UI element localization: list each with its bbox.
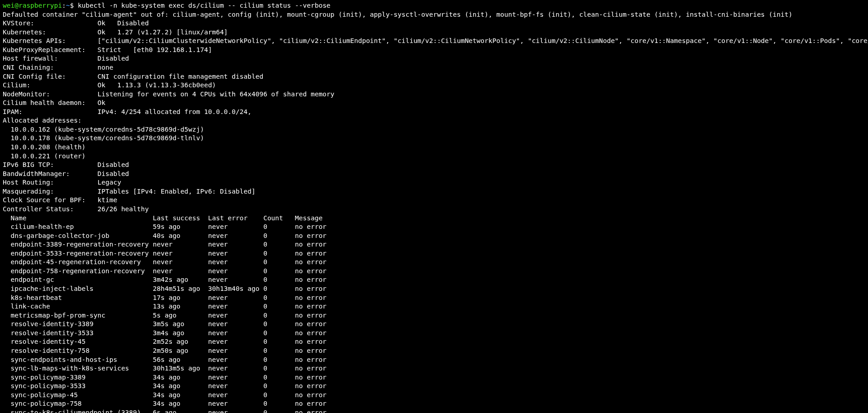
status-line: 10.0.0.208 (health) — [3, 143, 865, 152]
controller-row: endpoint-758-regeneration-recovery never… — [3, 267, 865, 276]
controller-row: dns-garbage-collector-job 40s ago never … — [3, 232, 865, 241]
status-line: 10.0.0.162 (kube-system/coredns-5d78c986… — [3, 125, 865, 134]
status-line: KVStore: Ok Disabled — [3, 19, 865, 28]
status-line: Allocated addresses: — [3, 116, 865, 125]
controller-row: endpoint-3533-regeneration-recovery neve… — [3, 249, 865, 258]
controller-row: endpoint-45-regeneration-recovery never … — [3, 258, 865, 267]
controller-row: resolve-identity-758 2m50s ago never 0 n… — [3, 347, 865, 356]
status-line: NodeMonitor: Listening for events on 4 C… — [3, 90, 865, 99]
status-line: Controller Status: 26/26 healthy — [3, 205, 865, 214]
controller-row: endpoint-3389-regeneration-recovery neve… — [3, 240, 865, 249]
command-text: kubectl -n kube-system exec ds/cilium --… — [78, 2, 331, 9]
controller-row: sync-to-k8s-ciliumendpoint (3389) 6s ago… — [3, 408, 865, 413]
status-line: Kubernetes APIs: ["cilium/v2::CiliumClus… — [3, 37, 865, 46]
status-line: KubeProxyReplacement: Strict [eth0 192.1… — [3, 46, 865, 55]
status-line: Clock Source for BPF: ktime — [3, 196, 865, 205]
prompt-user: wei@raspberrypi — [3, 2, 62, 9]
controller-row: endpoint-gc 3m42s ago never 0 no error — [3, 275, 865, 285]
controller-row: resolve-identity-45 2m52s ago never 0 no… — [3, 337, 865, 347]
status-line: BandwidthManager: Disabled — [3, 170, 865, 179]
prompt-symbol: $ — [70, 2, 74, 9]
controller-row: sync-endpoints-and-host-ips 56s ago neve… — [3, 356, 865, 365]
status-line: CNI Config file: CNI configuration file … — [3, 72, 865, 81]
status-line: Defaulted container "cilium-agent" out o… — [3, 10, 865, 19]
controller-row: sync-lb-maps-with-k8s-services 30h13m5s … — [3, 364, 865, 373]
controller-row: ipcache-inject-labels 28h4m51s ago 30h13… — [3, 285, 865, 294]
controller-row: cilium-health-ep 59s ago never 0 no erro… — [3, 223, 865, 232]
status-line: CNI Chaining: none — [3, 63, 865, 72]
command-output: Defaulted container "cilium-agent" out o… — [3, 10, 865, 413]
status-line: Kubernetes: Ok 1.27 (v1.27.2) [linux/arm… — [3, 28, 865, 37]
controller-row: k8s-heartbeat 17s ago never 0 no error — [3, 294, 865, 303]
controller-row: metricsmap-bpf-prom-sync 5s ago never 0 … — [3, 311, 865, 320]
prompt-sep: : — [62, 2, 66, 9]
status-line: Host Routing: Legacy — [3, 178, 865, 187]
status-line: 10.0.0.221 (router) — [3, 152, 865, 161]
status-line: Masquerading: IPTables [IPv4: Enabled, I… — [3, 187, 865, 196]
terminal[interactable]: wei@raspberrypi:~$ kubectl -n kube-syste… — [0, 0, 868, 413]
status-line: Host firewall: Disabled — [3, 54, 865, 63]
controller-row: link-cache 13s ago never 0 no error — [3, 302, 865, 311]
prompt-line: wei@raspberrypi:~$ kubectl -n kube-syste… — [3, 1, 865, 10]
status-line: Cilium: Ok 1.13.3 (v1.13.3-36cb0eed) — [3, 81, 865, 90]
controller-row: resolve-identity-3533 3m4s ago never 0 n… — [3, 329, 865, 338]
status-line: IPAM: IPv4: 4/254 allocated from 10.0.0.… — [3, 108, 865, 117]
status-line: 10.0.0.178 (kube-system/coredns-5d78c986… — [3, 134, 865, 143]
controller-row: sync-policymap-758 34s ago never 0 no er… — [3, 399, 865, 408]
status-line: Cilium health daemon: Ok — [3, 99, 865, 108]
controller-row: sync-policymap-3533 34s ago never 0 no e… — [3, 382, 865, 391]
controller-row: sync-policymap-45 34s ago never 0 no err… — [3, 391, 865, 400]
controller-row: resolve-identity-3389 3m5s ago never 0 n… — [3, 320, 865, 329]
status-line: IPv6 BIG TCP: Disabled — [3, 161, 865, 170]
controller-header: Name Last success Last error Count Messa… — [3, 214, 865, 223]
controller-row: sync-policymap-3389 34s ago never 0 no e… — [3, 373, 865, 382]
